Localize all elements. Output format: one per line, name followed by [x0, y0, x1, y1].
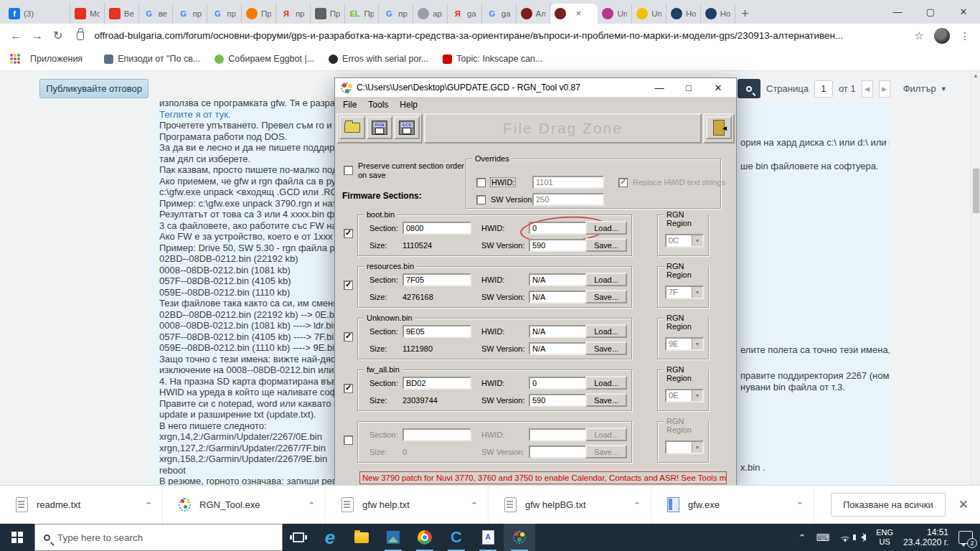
browser-tab[interactable]: ар ×: [413, 4, 448, 24]
rgn-menu-item[interactable]: Help: [395, 98, 423, 111]
browser-tab[interactable]: Un ×: [598, 4, 632, 24]
dropdown-arrow-icon[interactable]: [692, 339, 702, 349]
clock[interactable]: 14:51 23.4.2020 г.: [903, 527, 948, 547]
bookmark-item[interactable]: Topic: Inkscape can...: [443, 54, 542, 64]
browser-tab[interactable]: G пр ×: [379, 4, 413, 24]
reload-icon[interactable]: ↻: [53, 29, 62, 42]
section-id-field[interactable]: 0800: [402, 222, 471, 235]
exit-button[interactable]: [706, 116, 732, 139]
rgn-title-bar[interactable]: C:\Users\User\Desktop\GUPDATE.GCD - RGN_…: [335, 78, 736, 97]
browser-tab[interactable]: EL Пр ×: [345, 4, 380, 24]
rgn-maximize-button[interactable]: □: [677, 83, 701, 93]
download-item[interactable]: gfw.exe ⌃: [651, 486, 814, 524]
section-enable-checkbox[interactable]: [344, 384, 353, 393]
rgn-menu-item[interactable]: File: [338, 98, 362, 111]
url-text[interactable]: offroad-bulgaria.com/forum/основни-форум…: [94, 30, 904, 41]
sw-version-field[interactable]: N/A: [529, 342, 593, 355]
browser-tab[interactable]: Я пр ×: [276, 4, 311, 24]
download-item[interactable]: gfw help.txt ⌃: [326, 486, 489, 524]
download-item[interactable]: RGN_Tool.exe ⌃: [163, 486, 326, 524]
back-icon[interactable]: ←: [10, 29, 22, 42]
close-button[interactable]: ✕: [947, 0, 980, 24]
task-view-button[interactable]: [283, 524, 314, 551]
override-sw-field[interactable]: 250: [532, 193, 604, 206]
rgn-region-dropdown[interactable]: [665, 441, 704, 454]
override-sw-checkbox[interactable]: [476, 195, 486, 204]
sw-version-field[interactable]: [529, 446, 593, 458]
replace-hwid-checkbox[interactable]: [618, 178, 628, 187]
dropdown-arrow-icon[interactable]: [692, 235, 702, 246]
browser-tab[interactable]: Но ×: [666, 4, 701, 24]
download-item[interactable]: gfw helpBG.txt ⌃: [489, 486, 651, 524]
language-indicator[interactable]: ENG US: [876, 528, 893, 547]
save-button[interactable]: Save...: [585, 342, 627, 355]
download-chevron-icon[interactable]: ⌃: [471, 501, 478, 509]
download-chevron-icon[interactable]: ⌃: [308, 501, 315, 509]
show-all-downloads-button[interactable]: Показване на всички: [831, 493, 946, 517]
bookmark-item[interactable]: Erros with serial por...: [329, 54, 428, 64]
taskbar-app-edge[interactable]: e: [314, 524, 346, 551]
override-hwid-field[interactable]: 1101: [532, 176, 604, 189]
downloads-close-icon[interactable]: ✕: [958, 497, 969, 512]
browser-tab[interactable]: G пр ×: [173, 4, 207, 24]
taskbar-app-document[interactable]: A: [472, 524, 504, 551]
load-button[interactable]: Load...: [585, 273, 627, 286]
rgn-region-dropdown[interactable]: 0E: [665, 389, 704, 402]
taskbar-search-box[interactable]: Type here to search: [34, 524, 283, 551]
tray-chevron-icon[interactable]: ⌃: [798, 532, 806, 543]
bookmark-item[interactable]: Епизоди от "По св...: [104, 54, 200, 64]
section-enable-checkbox[interactable]: [344, 435, 353, 445]
tab-close-icon[interactable]: ×: [573, 9, 583, 19]
scrollbar-thumb[interactable]: [973, 169, 979, 213]
browser-tab[interactable]: Mo ×: [70, 4, 105, 24]
save-button[interactable]: Save...: [585, 238, 627, 252]
save-button[interactable]: Save...: [585, 290, 627, 303]
bookmark-item[interactable]: Собираем Eggbot |...: [215, 54, 314, 64]
download-chevron-icon[interactable]: ⌃: [145, 501, 152, 509]
https-lock-icon[interactable]: [77, 32, 84, 40]
browser-tab[interactable]: Ал ×: [517, 4, 551, 24]
dropdown-arrow-icon[interactable]: [692, 442, 702, 453]
load-button[interactable]: Load...: [585, 221, 627, 235]
save-gcd-button[interactable]: GCD: [394, 116, 420, 139]
apps-label[interactable]: Приложения: [30, 54, 83, 64]
filter-dropdown[interactable]: Филтър ▼: [903, 83, 947, 94]
volume-icon[interactable]: [861, 534, 866, 541]
save-button[interactable]: Save...: [585, 445, 627, 458]
hwid-field[interactable]: N/A: [529, 325, 593, 338]
browser-menu-icon[interactable]: ⋮: [960, 30, 970, 42]
download-item[interactable]: readme.txt ⌃: [0, 486, 163, 524]
rgn-minimize-button[interactable]: —: [647, 83, 672, 93]
rgn-region-dropdown[interactable]: 0C: [665, 234, 704, 248]
browser-tab[interactable]: Ве ×: [105, 4, 139, 24]
browser-tab[interactable]: ×: [550, 4, 598, 24]
reply-button[interactable]: Публикувайте отговор: [39, 79, 149, 98]
browser-tab[interactable]: Пр ×: [242, 4, 276, 24]
wifi-icon[interactable]: [839, 533, 851, 542]
browser-tab[interactable]: Пр ×: [311, 4, 345, 24]
section-enable-checkbox[interactable]: [344, 332, 353, 342]
browser-tab[interactable]: f (3) ×: [4, 4, 70, 24]
sw-version-field[interactable]: 590: [529, 394, 593, 407]
section-id-field[interactable]: 9E05: [402, 325, 471, 338]
dropdown-arrow-icon[interactable]: [692, 287, 702, 298]
browser-tab[interactable]: G ве ×: [139, 4, 174, 24]
sw-version-field[interactable]: 590: [529, 239, 593, 252]
download-chevron-icon[interactable]: ⌃: [633, 501, 641, 509]
browser-tab[interactable]: Un ×: [632, 4, 666, 24]
file-drag-zone[interactable]: File Drag Zone: [424, 113, 702, 143]
hwid-field[interactable]: 0: [529, 377, 593, 390]
section-id-field[interactable]: [402, 428, 471, 441]
start-button[interactable]: [0, 524, 34, 551]
action-center-icon[interactable]: 2: [958, 531, 973, 544]
tablet-pen-icon[interactable]: ⌨: [816, 532, 829, 543]
new-tab-button[interactable]: +: [735, 4, 755, 24]
bookmark-star-icon[interactable]: ☆: [915, 29, 924, 42]
taskbar-app-photos[interactable]: [377, 524, 409, 551]
hwid-field[interactable]: N/A: [529, 273, 593, 286]
load-button[interactable]: Load...: [585, 428, 627, 441]
page-scrollbar[interactable]: ▲: [971, 71, 980, 485]
taskbar-app-chrome[interactable]: [409, 524, 440, 551]
open-file-button[interactable]: [339, 116, 365, 139]
save-button[interactable]: Save...: [585, 393, 627, 407]
